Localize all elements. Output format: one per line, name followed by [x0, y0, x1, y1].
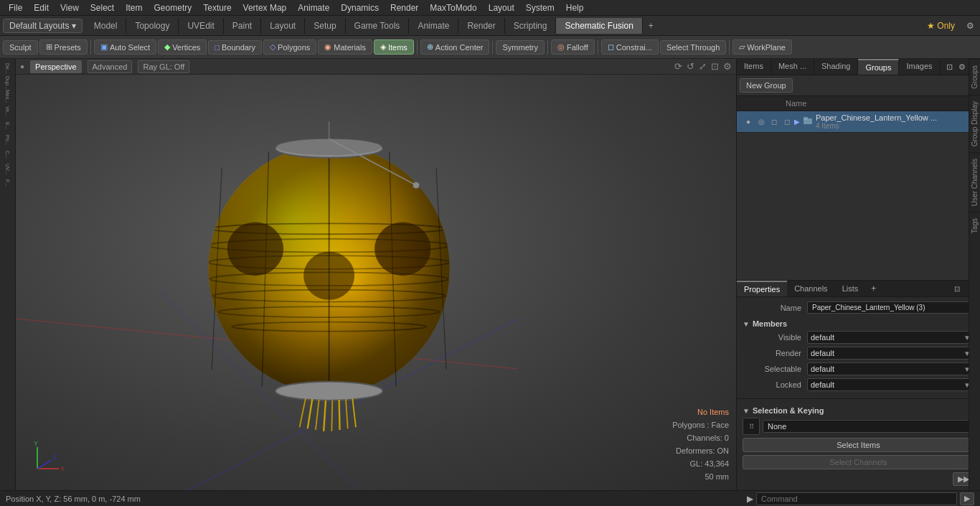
viewport-perspective[interactable]: Perspective: [30, 60, 81, 73]
viewport-icon-maximize[interactable]: ⊡: [711, 61, 719, 72]
left-panel-item-4[interactable]: Ve...: [3, 105, 13, 118]
group-row[interactable]: ● ◎ ◻ ◻ ▶ Paper_Chinese_Lantern_Yellow .…: [737, 111, 980, 133]
viewport-icon-orbit[interactable]: ⟳: [674, 61, 682, 72]
command-input[interactable]: [756, 492, 957, 505]
viewport[interactable]: ● Perspective Advanced Ray GL: Off ⟳ ↺ ⤢…: [16, 59, 736, 490]
right-tab-items[interactable]: Items: [737, 59, 771, 75]
tab-scripting[interactable]: Scripting: [505, 18, 557, 34]
group-extra-icon[interactable]: ◻: [781, 116, 793, 128]
prop-selectable-select[interactable]: default ▼: [807, 362, 974, 375]
polygons-btn[interactable]: ◇ Polygons: [263, 39, 316, 55]
prop-icon-expand[interactable]: ⊡: [951, 283, 963, 294]
vtab-user-channels[interactable]: User Channels: [969, 152, 980, 212]
group-expand-icon[interactable]: ▶: [794, 118, 800, 126]
viewport-collapse-btn[interactable]: ●: [20, 62, 24, 70]
boundary-btn[interactable]: □ Boundary: [208, 40, 262, 55]
viewport-ray-gl[interactable]: Ray GL: Off: [138, 60, 189, 73]
right-tab-groups[interactable]: Groups: [858, 59, 899, 75]
select-through-btn[interactable]: Select Through: [660, 40, 726, 55]
left-panel-item-9[interactable]: F...: [3, 177, 13, 189]
viewport-icon-rotate[interactable]: ↺: [687, 61, 694, 72]
tab-uvedit[interactable]: UVEdit: [179, 18, 223, 34]
tab-model[interactable]: Model: [85, 18, 127, 34]
left-panel-item-7[interactable]: C...: [3, 148, 13, 161]
prop-tab-channels[interactable]: Channels: [787, 281, 834, 296]
menu-help[interactable]: Help: [560, 1, 590, 14]
menu-animate[interactable]: Animate: [292, 1, 335, 14]
command-arrow-icon[interactable]: ▶: [747, 494, 753, 504]
sel-keying-arrow-icon[interactable]: ▼: [743, 407, 750, 415]
command-run-btn[interactable]: ▶: [960, 492, 974, 505]
menu-dynamics[interactable]: Dynamics: [335, 1, 385, 14]
group-lock-icon[interactable]: ◻: [768, 116, 780, 128]
vtab-groups[interactable]: Groups: [969, 59, 980, 95]
tab-topology[interactable]: Topology: [126, 18, 179, 34]
new-group-btn[interactable]: New Group: [740, 78, 793, 93]
layout-dropdown[interactable]: Default Layouts ▾: [3, 19, 83, 33]
menu-geometry[interactable]: Geometry: [149, 1, 198, 14]
items-btn[interactable]: ◈ Items: [374, 39, 414, 55]
left-panel-item-5[interactable]: E...: [3, 119, 13, 132]
select-items-btn[interactable]: Select Items: [743, 438, 974, 452]
menu-item[interactable]: Item: [120, 1, 148, 14]
action-center-btn[interactable]: ⊕ Action Center: [420, 39, 490, 55]
viewport-canvas[interactable]: X Y Z No Items Polygons : Face Channels:…: [16, 75, 736, 490]
prop-tab-properties[interactable]: Properties: [737, 281, 787, 296]
left-panel-item-1[interactable]: De...: [3, 62, 13, 75]
right-panel-expand-icon[interactable]: ⊡: [943, 62, 956, 72]
star-only-btn[interactable]: ★ Only: [921, 21, 961, 31]
constraints-btn[interactable]: ◻ Constrai...: [601, 39, 659, 55]
separator-4: [547, 40, 548, 55]
auto-select-btn[interactable]: ▣ Auto Select: [94, 39, 156, 55]
menu-view[interactable]: View: [55, 1, 85, 14]
materials-btn[interactable]: ◉ Materials: [318, 39, 372, 55]
menu-file[interactable]: File: [3, 1, 28, 14]
tab-game-tools[interactable]: Game Tools: [346, 18, 410, 34]
left-panel-item-3[interactable]: Mes...: [3, 90, 13, 103]
falloff-btn[interactable]: ◎ Falloff: [551, 39, 595, 55]
menu-system[interactable]: System: [520, 1, 560, 14]
vtab-tags[interactable]: Tags: [969, 212, 980, 239]
tab-animate[interactable]: Animate: [409, 18, 458, 34]
select-channels-btn[interactable]: Select Channels: [743, 455, 974, 469]
menu-layout[interactable]: Layout: [483, 1, 520, 14]
menu-maxtomodo[interactable]: MaxToModo: [424, 1, 482, 14]
group-render-icon[interactable]: ◎: [755, 116, 767, 128]
right-tab-shading[interactable]: Shading: [814, 59, 858, 75]
left-panel-item-2[interactable]: Dup...: [3, 76, 13, 89]
group-visible-icon[interactable]: ●: [743, 116, 754, 128]
presets-btn[interactable]: ⊞ Presets: [39, 39, 88, 55]
tab-render[interactable]: Render: [458, 18, 504, 34]
tab-layout[interactable]: Layout: [261, 18, 305, 34]
sculpt-btn[interactable]: Sculpt: [3, 40, 38, 55]
tab-paint[interactable]: Paint: [224, 18, 261, 34]
viewport-icon-settings[interactable]: ⚙: [723, 61, 732, 72]
menu-render[interactable]: Render: [385, 1, 424, 14]
right-tab-mesh[interactable]: Mesh ...: [771, 59, 814, 75]
menu-texture[interactable]: Texture: [197, 1, 237, 14]
work-plane-btn[interactable]: ▱ WorkPlane: [732, 39, 792, 55]
right-tab-images[interactable]: Images: [899, 59, 940, 75]
vtab-group-display[interactable]: Group Display: [969, 95, 980, 152]
vertices-btn[interactable]: ◆ Vertices: [158, 39, 207, 55]
tab-setup[interactable]: Setup: [305, 18, 345, 34]
prop-render-select[interactable]: default ▼: [807, 347, 974, 360]
menu-vertex-map[interactable]: Vertex Map: [237, 1, 293, 14]
prop-name-input[interactable]: [807, 301, 974, 314]
menu-select[interactable]: Select: [85, 1, 120, 14]
layout-tab-plus[interactable]: +: [643, 18, 659, 34]
members-arrow-icon[interactable]: ▼: [743, 320, 750, 328]
prop-tab-plus[interactable]: +: [865, 281, 882, 296]
left-panel-item-6[interactable]: Po...: [3, 133, 13, 146]
menu-edit[interactable]: Edit: [28, 1, 55, 14]
gear-button[interactable]: ⚙: [961, 21, 980, 31]
viewport-icon-reset[interactable]: ⤢: [699, 61, 707, 72]
prop-locked-select[interactable]: default ▼: [807, 378, 974, 391]
prop-visible-select[interactable]: default ▼: [807, 331, 974, 344]
symmetry-btn[interactable]: Symmetry: [496, 40, 545, 55]
right-panel-settings-icon[interactable]: ⚙: [956, 62, 969, 72]
prop-tab-lists[interactable]: Lists: [835, 281, 866, 296]
left-panel-item-8[interactable]: UV...: [3, 162, 13, 175]
viewport-advanced[interactable]: Advanced: [88, 60, 133, 73]
tab-schematic-fusion[interactable]: Schematic Fusion: [556, 18, 642, 34]
